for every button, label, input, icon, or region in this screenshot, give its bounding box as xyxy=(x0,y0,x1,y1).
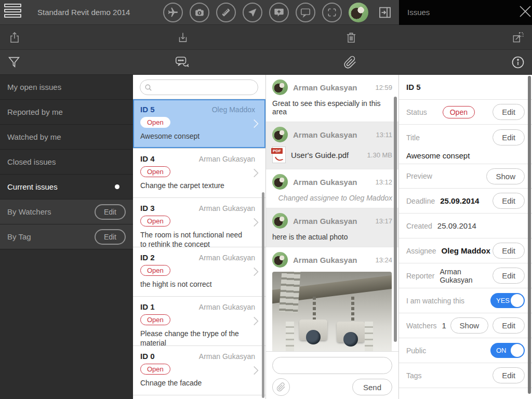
paperclip-icon xyxy=(343,56,357,69)
close-issues-button[interactable] xyxy=(509,4,527,21)
sidebar-item-by-watchers[interactable]: By WatchersEdit xyxy=(0,200,133,224)
issue-item-4[interactable]: ID 4Arman Gukasyan Open Change the carpe… xyxy=(133,149,265,198)
fly-mode-button[interactable] xyxy=(163,3,183,22)
photo-rail xyxy=(286,322,294,351)
avatar xyxy=(272,252,288,268)
navigation-arrow-icon xyxy=(247,7,258,18)
add-issue-button[interactable] xyxy=(269,3,289,22)
toggle-state-label: ON xyxy=(496,347,507,354)
status-badge: Open xyxy=(140,265,170,276)
issue-item-0[interactable]: ID 0Arman Gukasyan Open Chnage the facad… xyxy=(133,346,265,395)
chat-scrollbar[interactable] xyxy=(394,97,397,342)
delete-button[interactable] xyxy=(342,28,361,47)
watchers-count: 1 xyxy=(442,321,446,330)
info-button[interactable] xyxy=(509,53,527,72)
menu-icon[interactable] xyxy=(4,4,23,21)
avatar xyxy=(272,79,288,95)
issues-panel-title: Issues xyxy=(407,0,430,25)
issue-item-3[interactable]: ID 3Arman Gukasyan Open The room is not … xyxy=(133,198,265,247)
status-edit-button[interactable]: Edit xyxy=(493,104,525,120)
message-time: 13:12 xyxy=(375,178,392,186)
export-icon xyxy=(511,31,525,44)
user-avatar[interactable] xyxy=(349,3,368,22)
send-button[interactable]: Send xyxy=(352,379,392,395)
public-toggle[interactable]: ON xyxy=(490,343,525,358)
sidebar-item-my-open-issues[interactable]: My open issues xyxy=(0,75,133,100)
chat-message-system: Arman Gukasyan 13:12 Changed assignee to… xyxy=(266,169,398,208)
sidebar-item-label: Current issues xyxy=(7,182,58,191)
filter-button[interactable] xyxy=(5,53,23,72)
reporter-label: Reporter xyxy=(406,272,434,280)
panel-toolbar xyxy=(0,50,532,75)
issue-search-input[interactable] xyxy=(140,79,258,95)
issue-item-5[interactable]: ID 5Oleg Maddox Open Awesome consept xyxy=(133,99,265,149)
screenshot-button[interactable] xyxy=(190,3,209,22)
deadline-label: Deadline xyxy=(406,197,435,205)
by-watchers-edit-button[interactable]: Edit xyxy=(95,204,126,220)
logout-icon xyxy=(377,5,393,20)
message-author: Arman Gukasyan xyxy=(293,217,370,225)
watching-toggle[interactable]: YES xyxy=(490,293,525,308)
comments-button[interactable] xyxy=(296,3,315,22)
assignee-edit-button[interactable]: Edit xyxy=(493,243,525,259)
reporter-edit-button[interactable]: Edit xyxy=(493,268,525,284)
photo-attachment[interactable] xyxy=(272,272,392,351)
message-author: Arman Gukasyan xyxy=(293,178,370,187)
project-title: Standard Revit demo 2014 xyxy=(37,0,130,25)
issue-assignee: Arman Gukasyan xyxy=(199,303,258,311)
file-name: User's Guide.pdf xyxy=(291,151,362,159)
sidebar-item-label: By Watchers xyxy=(7,207,51,216)
watchers-show-button[interactable]: Show xyxy=(450,317,489,334)
status-badge: Open xyxy=(140,117,170,128)
download-button[interactable] xyxy=(174,28,192,47)
issue-item-1[interactable]: ID 1Arman Gukasyan Open Please change th… xyxy=(133,297,265,346)
app-window: Standard Revit demo 2014 xyxy=(0,0,532,399)
detail-row-created: Created 25.09.2014 xyxy=(399,214,532,238)
locate-button[interactable] xyxy=(243,3,262,22)
share-button[interactable] xyxy=(5,28,24,47)
by-tag-edit-button[interactable]: Edit xyxy=(95,229,126,245)
title-edit-button[interactable]: Edit xyxy=(493,129,525,145)
detail-row-tags: Tags Edit xyxy=(399,363,532,388)
sidebar-item-watched-by-me[interactable]: Watched by me xyxy=(0,125,133,150)
chat-toggle-button[interactable] xyxy=(172,53,191,72)
pdf-glyph xyxy=(275,155,283,162)
file-attachment[interactable]: PDF User's Guide.pdf 1.30 MB xyxy=(272,147,392,163)
system-message-text: Changed assignee to Oleg Maddox xyxy=(272,194,392,202)
exit-button[interactable] xyxy=(375,3,395,22)
deadline-edit-button[interactable]: Edit xyxy=(493,193,525,209)
sidebar-item-label: Reported by me xyxy=(7,108,63,116)
attachments-button[interactable] xyxy=(341,53,360,72)
message-input[interactable] xyxy=(272,357,392,374)
message-text: here is the actual photo xyxy=(272,233,392,241)
photo-cable-tray xyxy=(279,272,301,313)
details-scrollbar[interactable] xyxy=(528,76,531,394)
created-label: Created xyxy=(406,222,432,230)
issues-panel-header: Issues xyxy=(399,0,532,25)
issue-item-2[interactable]: ID 2Arman Gukasyan Open the hight is not… xyxy=(133,247,265,297)
sidebar-item-current-issues[interactable]: Current issues xyxy=(0,175,133,200)
watchers-edit-button[interactable]: Edit xyxy=(493,317,525,334)
toggle-knob xyxy=(511,294,524,307)
export-button[interactable] xyxy=(509,28,527,47)
sidebar-item-closed-issues[interactable]: Closed issues xyxy=(0,150,133,175)
measure-button[interactable] xyxy=(216,3,236,22)
chat-message-file: Arman Gukasyan 13:11 PDF User's Guide.pd… xyxy=(266,122,398,169)
fullscreen-button[interactable] xyxy=(322,3,342,22)
detail-row-title: Title Edit Awesome consept xyxy=(399,125,532,164)
search-bar xyxy=(133,75,265,99)
photo-dome-camera xyxy=(299,320,327,340)
issue-list-scrollbar[interactable] xyxy=(262,192,264,398)
chevron-right-icon xyxy=(249,363,262,378)
preview-show-button[interactable]: Show xyxy=(486,168,525,184)
message-author: Arman Gukasyan xyxy=(293,83,370,92)
sidebar-item-reported-by-me[interactable]: Reported by me xyxy=(0,100,133,125)
status-label: Status xyxy=(406,108,427,116)
attach-file-button[interactable] xyxy=(272,378,290,396)
issue-assignee: Arman Gukasyan xyxy=(199,155,258,163)
tags-edit-button[interactable]: Edit xyxy=(493,367,525,383)
issue-title: Chnage the facade xyxy=(140,378,258,388)
detail-row-watchers: Watchers 1 Show Edit xyxy=(399,313,532,338)
sidebar-item-by-tag[interactable]: By TagEdit xyxy=(0,224,133,249)
avatar xyxy=(272,213,288,229)
